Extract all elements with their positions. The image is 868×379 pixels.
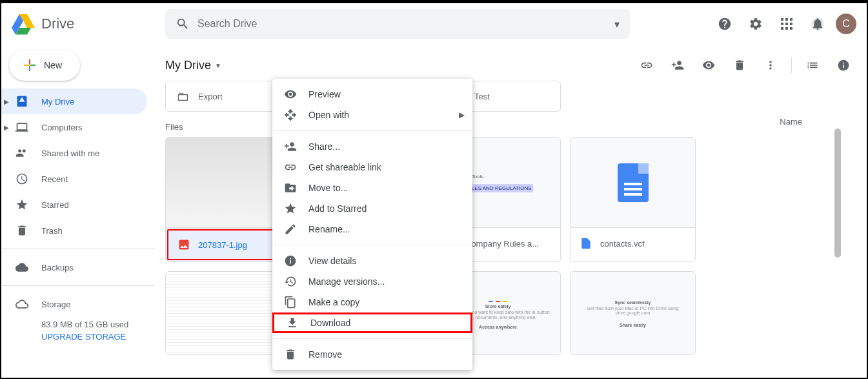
sidebar-item-recent[interactable]: Recent (1, 166, 155, 192)
info-button[interactable] (831, 52, 856, 78)
svg-rect-7 (785, 27, 788, 30)
edit-icon (283, 221, 298, 237)
menu-view-details[interactable]: View details (272, 251, 472, 271)
nav-label: Starred (41, 200, 69, 210)
help-button[interactable] (712, 11, 738, 37)
menu-make-copy[interactable]: Make a copy (272, 292, 472, 312)
menu-manage-versions[interactable]: Manage versions... (272, 271, 472, 292)
sidebar-item-backups[interactable]: Backups (1, 254, 155, 280)
sidebar-item-my-drive[interactable]: ▶ My Drive (1, 88, 147, 114)
settings-button[interactable] (743, 11, 769, 37)
svg-rect-1 (785, 18, 788, 21)
folder-name: Test (474, 92, 490, 101)
sidebar-item-starred[interactable]: Starred (1, 192, 155, 218)
upgrade-storage-link[interactable]: UPGRADE STORAGE (41, 332, 142, 342)
chevron-right-icon: ▶ (459, 110, 465, 119)
file-preview (570, 138, 695, 228)
expand-icon[interactable]: ▶ (4, 124, 9, 131)
plus-icon (22, 57, 37, 73)
cloud-icon (14, 260, 30, 275)
menu-label: Get shareable link (308, 162, 381, 172)
file-card[interactable]: contacts.vcf (570, 137, 696, 262)
move-icon (283, 107, 298, 123)
folder-name: Export (198, 92, 223, 101)
menu-move-to[interactable]: Move to... (272, 178, 472, 198)
sidebar-item-trash[interactable]: Trash (1, 218, 155, 243)
svg-rect-0 (781, 18, 783, 21)
file-preview: Sync seamlessly Get files from your Mac … (570, 272, 695, 355)
folder-icon: 🗀 (176, 89, 189, 104)
file-name: Company Rules a... (465, 239, 539, 249)
link-icon (283, 159, 298, 175)
apps-button[interactable] (774, 11, 800, 37)
folder-move-icon (283, 180, 298, 196)
new-button[interactable]: New (9, 50, 80, 81)
menu-label: Download (310, 318, 350, 328)
computer-icon (14, 119, 30, 135)
svg-rect-6 (781, 27, 783, 30)
chevron-down-icon: ▼ (215, 62, 221, 69)
sidebar-item-computers[interactable]: ▶ Computers (1, 114, 155, 140)
file-card[interactable]: Sync seamlessly Get files from your Mac … (570, 271, 696, 355)
storage-icon (14, 296, 30, 312)
storage-used-text: 83.9 MB of 15 GB used (41, 320, 142, 329)
people-icon (14, 145, 30, 161)
main-content: My Drive ▼ Name 🗀 Export Test (155, 45, 867, 378)
logo-section[interactable]: Drive (12, 12, 165, 36)
expand-icon[interactable]: ▶ (4, 98, 9, 105)
sort-label[interactable]: Name (780, 117, 802, 127)
nav-label: Recent (41, 174, 68, 184)
app-header: Drive ▾ C (1, 3, 867, 45)
sidebar-item-storage[interactable]: Storage (1, 291, 155, 317)
svg-rect-2 (790, 18, 792, 21)
nav-label: Computers (41, 123, 83, 132)
menu-label: Add to Starred (308, 203, 367, 214)
nav-label: Shared with me (41, 149, 99, 158)
scrollbar[interactable] (834, 128, 841, 258)
menu-rename[interactable]: Rename... (272, 219, 472, 240)
preview-button[interactable] (696, 52, 722, 78)
svg-rect-4 (785, 23, 788, 25)
breadcrumb[interactable]: My Drive ▼ (165, 59, 221, 72)
search-options-dropdown-icon[interactable]: ▾ (614, 18, 620, 30)
menu-download[interactable]: Download (272, 312, 472, 333)
delete-button[interactable] (727, 52, 752, 78)
menu-preview[interactable]: Preview (272, 84, 472, 105)
context-menu: Preview Open with ▶ Share... Get shareab… (272, 79, 472, 370)
get-link-button[interactable] (634, 52, 660, 78)
person-add-icon (283, 139, 298, 154)
account-avatar[interactable]: C (836, 14, 856, 34)
nav-label: Trash (41, 226, 63, 236)
files-section-label: Files (165, 122, 856, 132)
sidebar: New ▶ My Drive ▶ Computers Shared with m… (1, 45, 155, 378)
eye-icon (283, 87, 298, 102)
menu-get-link[interactable]: Get shareable link (272, 157, 472, 178)
svg-rect-3 (781, 23, 783, 25)
app-name: Drive (41, 15, 74, 32)
svg-rect-8 (790, 27, 792, 30)
clock-icon (14, 171, 30, 187)
list-view-button[interactable] (800, 52, 825, 78)
menu-remove[interactable]: Remove (272, 344, 472, 365)
more-button[interactable] (758, 52, 783, 78)
search-input[interactable] (197, 18, 614, 30)
sidebar-item-shared[interactable]: Shared with me (1, 140, 155, 166)
menu-share[interactable]: Share... (272, 136, 472, 157)
menu-open-with[interactable]: Open with ▶ (272, 105, 472, 125)
image-icon (177, 238, 190, 251)
search-box[interactable]: ▾ (165, 9, 630, 39)
drive-icon (14, 94, 30, 109)
trash-icon (283, 347, 298, 362)
drive-logo-icon (12, 12, 35, 36)
menu-label: Rename... (308, 224, 350, 234)
file-name: 207837-1.jpg (198, 240, 247, 250)
notifications-button[interactable] (805, 11, 831, 37)
history-icon (283, 274, 298, 289)
menu-add-starred[interactable]: Add to Starred (272, 198, 472, 219)
nav-label: My Drive (41, 97, 74, 107)
menu-label: Preview (308, 89, 341, 99)
menu-label: Move to... (308, 183, 348, 193)
share-button[interactable] (665, 52, 691, 78)
svg-rect-5 (790, 23, 792, 25)
star-icon (283, 201, 298, 216)
